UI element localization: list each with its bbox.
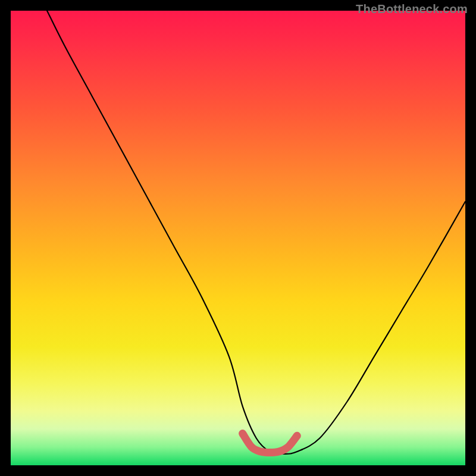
optimal-range-marker	[243, 434, 298, 453]
curve-layer	[11, 11, 465, 465]
chart-frame: TheBottleneck.com	[0, 0, 476, 476]
bottleneck-curve	[47, 11, 465, 454]
plot-area	[11, 11, 465, 465]
watermark-text: TheBottleneck.com	[356, 2, 468, 16]
